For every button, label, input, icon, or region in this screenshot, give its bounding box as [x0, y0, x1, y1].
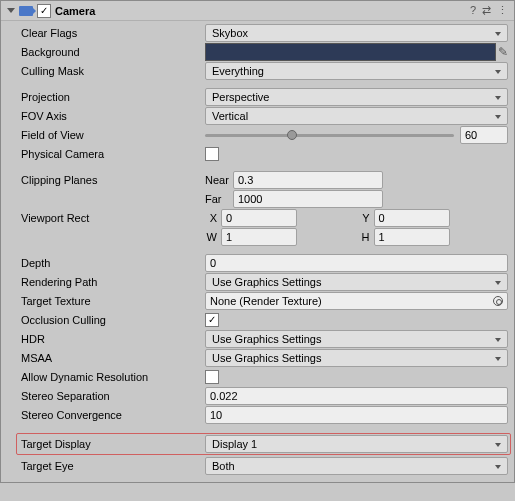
stereo-separation-label: Stereo Separation [19, 390, 205, 402]
y-label: Y [358, 212, 374, 224]
stereo-separation-input[interactable]: 0.022 [205, 387, 508, 405]
fov-axis-label: FOV Axis [19, 110, 205, 122]
near-label: Near [205, 174, 231, 186]
target-display-highlight: Target Display Display 1 [16, 433, 511, 455]
projection-dropdown[interactable]: Perspective [205, 88, 508, 106]
menu-icon[interactable]: ⋮ [497, 4, 508, 17]
clipping-planes-label: Clipping Planes [19, 174, 205, 186]
target-eye-dropdown[interactable]: Both [205, 457, 508, 475]
hdr-label: HDR [19, 333, 205, 345]
physical-camera-label: Physical Camera [19, 148, 205, 160]
target-texture-label: Target Texture [19, 295, 205, 307]
camera-icon [19, 6, 33, 16]
depth-label: Depth [19, 257, 205, 269]
help-icon[interactable]: ? [470, 4, 476, 17]
viewport-rect-label: Viewport Rect [19, 212, 205, 224]
background-label: Background [19, 46, 205, 58]
camera-component: ✓ Camera ? ⇄ ⋮ Clear Flags Skybox Backgr… [0, 0, 515, 483]
projection-label: Projection [19, 91, 205, 103]
viewport-x-input[interactable]: 0 [221, 209, 297, 227]
hdr-dropdown[interactable]: Use Graphics Settings [205, 330, 508, 348]
eyedropper-icon[interactable]: ✎ [498, 45, 508, 59]
enable-checkbox[interactable]: ✓ [37, 4, 51, 18]
target-eye-label: Target Eye [19, 460, 205, 472]
clear-flags-dropdown[interactable]: Skybox [205, 24, 508, 42]
target-display-dropdown[interactable]: Display 1 [205, 435, 508, 453]
object-picker-icon[interactable] [493, 296, 503, 306]
foldout-icon[interactable] [7, 8, 15, 13]
h-label: H [358, 231, 374, 243]
physical-camera-checkbox[interactable] [205, 147, 219, 161]
rendering-path-dropdown[interactable]: Use Graphics Settings [205, 273, 508, 291]
fov-axis-dropdown[interactable]: Vertical [205, 107, 508, 125]
viewport-y-input[interactable]: 0 [374, 209, 450, 227]
msaa-label: MSAA [19, 352, 205, 364]
culling-mask-label: Culling Mask [19, 65, 205, 77]
fov-slider[interactable] [205, 128, 454, 142]
dynamic-resolution-label: Allow Dynamic Resolution [19, 371, 205, 383]
dynamic-resolution-checkbox[interactable] [205, 370, 219, 384]
component-body: Clear Flags Skybox Background ✎ Culling … [1, 21, 514, 482]
x-label: X [205, 212, 221, 224]
culling-mask-dropdown[interactable]: Everything [205, 62, 508, 80]
near-input[interactable]: 0.3 [233, 171, 383, 189]
clear-flags-label: Clear Flags [19, 27, 205, 39]
component-header[interactable]: ✓ Camera ? ⇄ ⋮ [1, 1, 514, 21]
far-input[interactable]: 1000 [233, 190, 383, 208]
component-title: Camera [55, 5, 470, 17]
target-texture-field[interactable]: None (Render Texture) [205, 292, 508, 310]
target-display-label: Target Display [19, 438, 205, 450]
occlusion-culling-checkbox[interactable]: ✓ [205, 313, 219, 327]
occlusion-culling-label: Occlusion Culling [19, 314, 205, 326]
depth-input[interactable]: 0 [205, 254, 508, 272]
stereo-convergence-input[interactable]: 10 [205, 406, 508, 424]
fov-label: Field of View [19, 129, 205, 141]
w-label: W [205, 231, 221, 243]
presets-icon[interactable]: ⇄ [482, 4, 491, 17]
viewport-h-input[interactable]: 1 [374, 228, 450, 246]
viewport-w-input[interactable]: 1 [221, 228, 297, 246]
background-color-field[interactable] [205, 43, 496, 61]
msaa-dropdown[interactable]: Use Graphics Settings [205, 349, 508, 367]
far-label: Far [205, 193, 231, 205]
stereo-convergence-label: Stereo Convergence [19, 409, 205, 421]
rendering-path-label: Rendering Path [19, 276, 205, 288]
fov-input[interactable]: 60 [460, 126, 508, 144]
